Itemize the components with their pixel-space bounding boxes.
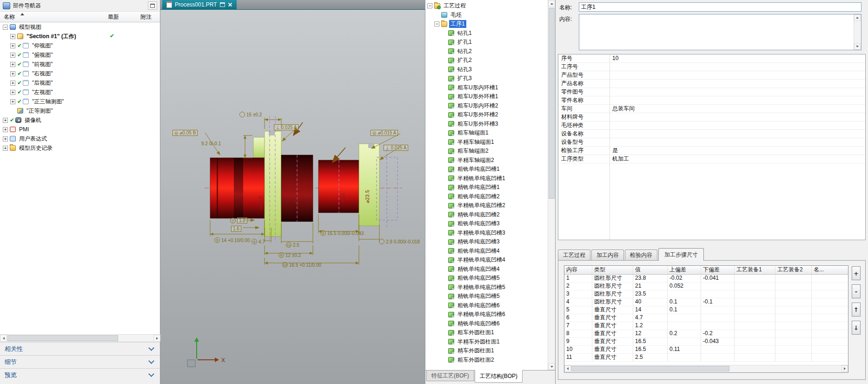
add-row-button[interactable]: +: [852, 266, 861, 280]
process-tree-row[interactable]: 扩孔2: [425, 56, 548, 65]
expand-toggle[interactable]: +: [10, 34, 15, 39]
expand-toggle[interactable]: +: [10, 81, 15, 86]
process-tree-row-label[interactable]: 半精车外圆柱面1: [456, 338, 501, 346]
column-note[interactable]: 附注: [140, 13, 152, 21]
process-tree-row[interactable]: 半精铣单纯底凹槽2: [425, 201, 548, 210]
dimension-table-row[interactable]: 7垂直尺寸1.2: [564, 322, 848, 330]
process-tree-row[interactable]: 钻孔3: [425, 65, 548, 74]
visibility-check-icon[interactable]: ✔: [10, 117, 14, 123]
property-value[interactable]: [610, 71, 865, 79]
part-tree-row[interactable]: +✔"仰视图": [0, 41, 160, 50]
process-tree-row[interactable]: 精车外圆柱面1: [425, 346, 548, 356]
property-value[interactable]: [610, 88, 865, 96]
scroll-right-button[interactable]: [841, 365, 848, 372]
process-tree-row-label[interactable]: 粗车U形外环槽3: [456, 120, 499, 128]
collapse-toggle[interactable]: −: [427, 3, 432, 8]
content-scrollbar[interactable]: [854, 14, 861, 50]
panel-section-header[interactable]: 预览: [0, 368, 160, 381]
process-tree-row-label[interactable]: 半精车轴端面2: [456, 156, 496, 164]
property-value[interactable]: [610, 130, 865, 138]
visibility-check-icon[interactable]: ✔: [17, 61, 22, 67]
part-tree-row-label[interactable]: "仰视图": [31, 42, 54, 50]
property-value[interactable]: [610, 113, 865, 121]
property-row[interactable]: 零件名称: [558, 96, 865, 105]
process-tree-row-label[interactable]: 精车外圆柱面1: [456, 347, 496, 355]
expand-toggle[interactable]: +: [10, 71, 15, 76]
process-tree-row-label[interactable]: 钻孔1: [456, 29, 473, 37]
column-latest[interactable]: 最新: [108, 13, 119, 21]
process-tree-row[interactable]: 精铣单纯底凹槽4: [425, 265, 548, 274]
property-value[interactable]: [610, 121, 865, 129]
process-bottom-tab[interactable]: 工艺结构(BOP): [475, 370, 523, 383]
scroll-left-button[interactable]: [564, 365, 571, 372]
part-tree-row-label[interactable]: 用户表达式: [18, 135, 48, 143]
process-tree-row[interactable]: 粗车U形内环槽1: [425, 83, 548, 93]
process-tree-row-label[interactable]: 粗车外圆柱面1: [456, 329, 496, 337]
process-tree-row[interactable]: 毛坯: [425, 11, 548, 20]
process-tree-row-label[interactable]: 工艺过程: [442, 2, 467, 10]
process-tree-row-label[interactable]: 扩孔2: [456, 56, 473, 64]
process-tree-row-label[interactable]: 工序1: [449, 20, 466, 28]
part-tree-row-label[interactable]: 模型视图: [18, 23, 43, 31]
move-row-down-button[interactable]: ↓: [852, 321, 861, 335]
process-tree-row-label[interactable]: 毛坯: [449, 11, 463, 19]
property-row[interactable]: 设备名称: [558, 130, 865, 138]
process-tree-row[interactable]: 半精铣单纯底凹槽1: [425, 174, 548, 183]
property-value[interactable]: [610, 96, 865, 104]
scroll-up-button[interactable]: [854, 14, 861, 21]
dimension-table-row[interactable]: 11垂直尺寸2.5: [564, 354, 848, 362]
process-tree-row-label[interactable]: 钻孔3: [456, 66, 473, 74]
process-tree-row-label[interactable]: 粗铣单纯底凹槽6: [456, 302, 501, 310]
horizontal-scrollbar[interactable]: [0, 334, 160, 342]
document-tab[interactable]: Process001.PRT: [162, 0, 237, 9]
process-tree-row[interactable]: 粗铣单纯底凹槽2: [425, 192, 548, 202]
visibility-check-icon[interactable]: ✔: [17, 89, 22, 95]
part-tree-row-label[interactable]: "正等测图": [25, 107, 54, 115]
expand-toggle[interactable]: +: [3, 127, 8, 132]
part-tree-row[interactable]: −模型视图: [0, 22, 160, 32]
dimension-table-row[interactable]: 10垂直尺寸16.50.11: [564, 346, 848, 354]
process-tree-row[interactable]: 粗车U形外环槽1: [425, 92, 548, 101]
operation-name-input[interactable]: [579, 2, 861, 12]
dimension-table-row[interactable]: 1圆柱形尺寸23.8-0.02-0.041: [564, 275, 848, 283]
visibility-check-icon[interactable]: ✔: [17, 80, 22, 86]
scrollbar-thumb[interactable]: [549, 8, 555, 199]
process-tree-row[interactable]: 半精车轴端面2: [425, 156, 548, 165]
process-tree-row[interactable]: 钻孔1: [425, 29, 548, 38]
chevron-down-icon[interactable]: [148, 371, 154, 377]
part-tree-row[interactable]: +"Section #1" (工作)✔: [0, 32, 160, 41]
part-tree-row-label[interactable]: "Section #1" (工作): [25, 33, 78, 40]
detail-tab[interactable]: 检验内容: [625, 249, 657, 261]
process-tree-row-label[interactable]: 粗铣单纯底凹槽1: [456, 165, 501, 173]
table-column-header[interactable]: 值: [633, 266, 668, 274]
table-column-header[interactable]: 下偏差: [701, 266, 735, 274]
collapse-toggle[interactable]: −: [3, 25, 8, 30]
property-row[interactable]: 毛坯种类: [558, 121, 865, 130]
process-tree-row-label[interactable]: 钻孔2: [456, 47, 473, 55]
process-tree-row[interactable]: 精铣单纯底凹槽2: [425, 210, 548, 220]
visibility-check-icon[interactable]: ✔: [17, 98, 22, 105]
process-tree-row[interactable]: 粗车U形外环槽3: [425, 120, 548, 129]
process-tree-row[interactable]: 粗铣单纯底凹槽3: [425, 219, 548, 229]
visibility-check-icon[interactable]: ✔: [17, 70, 22, 77]
part-tree-row-label[interactable]: "右视图": [31, 70, 54, 78]
property-row[interactable]: 材料牌号: [558, 113, 865, 121]
scroll-right-button[interactable]: [153, 335, 160, 342]
part-tree-row[interactable]: +用户表达式: [0, 134, 160, 143]
process-tree-row[interactable]: 粗车外圆柱面1: [425, 328, 548, 337]
property-value[interactable]: [610, 138, 865, 146]
process-tree-row-label[interactable]: 精铣单纯底凹槽3: [456, 238, 501, 246]
part-tree-row[interactable]: +PMI: [0, 125, 160, 134]
process-tree-row-label[interactable]: 半精铣单纯底凹槽6: [456, 310, 507, 318]
process-tree-row-label[interactable]: 粗铣单纯底凹槽4: [456, 247, 501, 255]
3d-viewport-canvas[interactable]: X 15 ±0.2◎ ⌀0.05 B9.2 0/-0.1⊥ 0.025 A◎ ⌀…: [160, 10, 425, 384]
part-tree-row[interactable]: +✔"正三轴测图": [0, 97, 160, 106]
property-row[interactable]: 设备型号: [558, 138, 865, 147]
expand-toggle[interactable]: +: [3, 118, 8, 123]
detail-tab[interactable]: 工艺过程: [558, 249, 590, 261]
move-row-up-button[interactable]: ↑: [852, 303, 861, 317]
expand-toggle[interactable]: +: [10, 99, 15, 104]
expand-toggle[interactable]: +: [10, 62, 15, 67]
part-tree-row-label[interactable]: "左视图": [31, 88, 54, 96]
property-row[interactable]: 工序号: [558, 63, 865, 71]
